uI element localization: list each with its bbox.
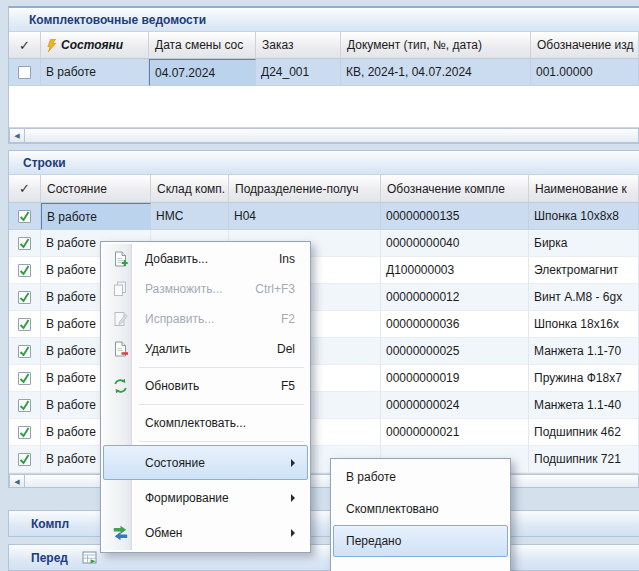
menu-item-exchange[interactable]: Обмен xyxy=(103,515,308,550)
cell-state[interactable]: В работе xyxy=(41,59,149,86)
menu-separator xyxy=(139,367,304,368)
row-select-cell[interactable] xyxy=(9,284,41,311)
menu-item-label: Передано xyxy=(346,534,401,548)
cell-state[interactable]: В работе xyxy=(41,203,151,230)
column-header-date[interactable]: Дата смены сос xyxy=(149,32,256,58)
horizontal-scrollbar[interactable]: ◀ xyxy=(9,127,639,143)
menu-item-edit[interactable]: Исправить... F2 xyxy=(103,304,308,334)
scrollbar-thumb[interactable] xyxy=(25,128,639,143)
row-checkbox[interactable] xyxy=(18,453,31,466)
cell-name[interactable]: Манжета 1.1-40 xyxy=(529,392,639,419)
column-header-document[interactable]: Документ (тип, №, дата) xyxy=(341,32,531,58)
cell-department[interactable]: Н04 xyxy=(229,203,381,230)
row-checkbox[interactable] xyxy=(18,66,31,79)
cell-designation[interactable]: Д100000003 xyxy=(381,257,529,284)
menu-item-add[interactable]: Добавить... Ins xyxy=(103,244,308,274)
row-select-cell[interactable] xyxy=(9,419,41,446)
table-row[interactable]: В работе 04.07.2024 Д24_001 КВ, 2024-1, … xyxy=(9,59,639,86)
menu-item-duplicate[interactable]: Размножить... Ctrl+F3 xyxy=(103,274,308,304)
column-header-department[interactable]: Подразделение-получ xyxy=(229,175,381,202)
row-select-cell[interactable] xyxy=(9,392,41,419)
row-checkbox[interactable] xyxy=(18,426,31,439)
column-header-order[interactable]: Заказ xyxy=(256,32,341,58)
row-select-cell[interactable] xyxy=(9,59,41,86)
check-all-icon: ✓ xyxy=(19,38,30,53)
cell-name[interactable]: Пружина Ф18х7 xyxy=(529,365,639,392)
row-checkbox[interactable] xyxy=(18,264,31,277)
column-header-warehouse[interactable]: Склад комп. xyxy=(151,175,229,202)
menu-item-delete[interactable]: Удалить Del xyxy=(103,334,308,364)
cell-document[interactable]: КВ, 2024-1, 04.07.2024 xyxy=(341,59,531,86)
submenu-item-v-rabote[interactable]: В работе xyxy=(333,461,508,493)
column-header-select-all[interactable]: ✓ xyxy=(9,32,41,58)
row-select-cell[interactable] xyxy=(9,446,41,473)
cell-name[interactable]: Подшипник 462 xyxy=(529,419,639,446)
column-header-designation[interactable]: Обозначение компле xyxy=(381,175,529,202)
submenu-item-peredano[interactable]: Передано xyxy=(333,525,508,557)
cell-warehouse[interactable]: НМС xyxy=(151,203,229,230)
row-select-cell[interactable] xyxy=(9,257,41,284)
cell-designation[interactable]: 00000000024 xyxy=(381,392,529,419)
menu-item-label: В работе xyxy=(346,470,396,484)
delete-icon xyxy=(112,341,129,358)
scroll-left-button[interactable]: ◀ xyxy=(9,474,25,488)
cell-order[interactable]: Д24_001 xyxy=(256,59,341,86)
cell-designation[interactable]: 00000000036 xyxy=(381,311,529,338)
row-checkbox[interactable] xyxy=(18,399,31,412)
submenu-arrow-icon xyxy=(291,494,295,502)
row-checkbox[interactable] xyxy=(18,318,31,331)
row-checkbox[interactable] xyxy=(18,345,31,358)
menu-item-state[interactable]: Состояние xyxy=(103,445,308,480)
cell-designation[interactable]: 00000000040 xyxy=(381,230,529,257)
check-icon xyxy=(19,238,30,249)
row-select-cell[interactable] xyxy=(9,230,41,257)
cell-name[interactable]: Подшипник 721 xyxy=(529,446,639,473)
cell-name[interactable]: Винт А.М8 - 6gх xyxy=(529,284,639,311)
cell-designation[interactable]: 00000000025 xyxy=(381,338,529,365)
column-header-select-all[interactable]: ✓ xyxy=(9,175,41,202)
cell-name[interactable]: Манжета 1.1-70 xyxy=(529,338,639,365)
row-checkbox[interactable] xyxy=(18,372,31,385)
scroll-left-button[interactable]: ◀ xyxy=(9,128,25,143)
menu-shortcut: Ctrl+F3 xyxy=(255,282,295,296)
row-checkbox[interactable] xyxy=(18,210,31,223)
menu-item-skomplektovat[interactable]: Скомплектовать... xyxy=(103,408,308,438)
cell-name[interactable]: Электромагнит xyxy=(529,257,639,284)
row-select-cell[interactable] xyxy=(9,338,41,365)
menu-shortcut: Del xyxy=(277,342,295,356)
menu-separator xyxy=(139,441,304,442)
menu-item-label: Размножить... xyxy=(145,282,243,296)
cell-name[interactable]: Бирка xyxy=(529,230,639,257)
row-select-cell[interactable] xyxy=(9,311,41,338)
column-header-name[interactable]: Наименование к xyxy=(529,175,639,202)
cell-designation[interactable]: 001.00000 xyxy=(531,59,639,86)
submenu-arrow-icon xyxy=(291,459,295,467)
menu-item-label: Состояние xyxy=(145,456,283,470)
exchange-icon xyxy=(112,524,129,541)
column-header-state[interactable]: Состояни xyxy=(41,32,149,58)
menu-item-refresh[interactable]: Обновить F5 xyxy=(103,371,308,401)
table-row[interactable]: В работе НМС Н04 00000000135 Шпонка 10х8… xyxy=(9,203,639,230)
grid-empty-area xyxy=(9,86,639,127)
row-select-cell[interactable] xyxy=(9,203,41,230)
cell-designation[interactable]: 00000000019 xyxy=(381,365,529,392)
cell-date[interactable]: 04.07.2024 xyxy=(149,59,256,86)
context-menu: Добавить... Ins Размножить... Ctrl+F3 Ис… xyxy=(100,241,311,553)
row-select-cell[interactable] xyxy=(9,365,41,392)
column-header-state[interactable]: Состояние xyxy=(41,175,151,202)
submenu-item-skomplektovano[interactable]: Скомплектовано xyxy=(333,493,508,525)
row-checkbox[interactable] xyxy=(18,291,31,304)
cell-name[interactable]: Шпонка 10х8х8 xyxy=(529,203,639,230)
menu-item-formation[interactable]: Формирование xyxy=(103,480,308,515)
vedomosti-grid-header: ✓ Состояни Дата смены сос Заказ Документ… xyxy=(9,32,639,59)
menu-item-label: Исправить... xyxy=(145,312,269,326)
cell-name[interactable]: Шпонка 18х16х xyxy=(529,311,639,338)
cell-designation[interactable]: 00000000012 xyxy=(381,284,529,311)
app-window: Комплектовочные ведомости ✓ Состояни Дат… xyxy=(0,0,639,571)
row-checkbox[interactable] xyxy=(18,237,31,250)
cell-designation[interactable]: 00000000135 xyxy=(381,203,529,230)
submenu-arrow-icon xyxy=(291,529,295,537)
column-header-designation[interactable]: Обозначение изд xyxy=(531,32,639,58)
panel-vedomosti-header: Комплектовочные ведомости xyxy=(9,8,639,32)
cell-designation[interactable]: 00000000021 xyxy=(381,419,529,446)
